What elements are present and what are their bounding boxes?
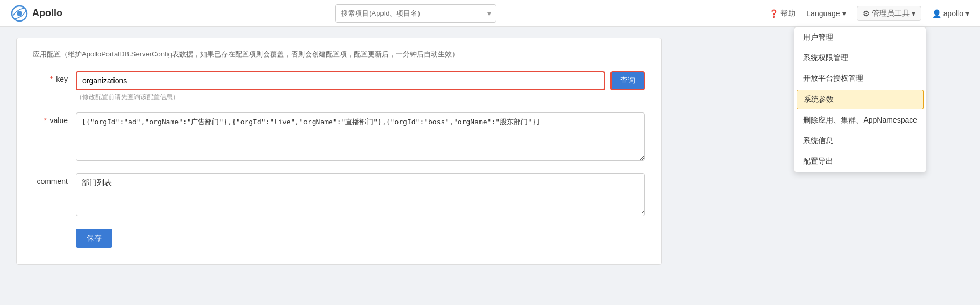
comment-control-wrapper: 部门列表 xyxy=(76,173,645,218)
card-header: 应用配置（维护ApolloPortalDB.ServerConfig表数据，如果… xyxy=(33,49,645,60)
comment-label-text: comment xyxy=(37,177,68,186)
value-form-group: * value [{"orgId":"ad","orgName":"广告部门"}… xyxy=(33,112,645,162)
key-hint: （修改配置前请先查询该配置信息） xyxy=(76,93,645,102)
dropdown-item-open-platform[interactable]: 开放平台授权管理 xyxy=(794,68,926,89)
save-button[interactable]: 保存 xyxy=(76,229,112,248)
key-row: 查询 xyxy=(76,71,645,90)
dropdown-item-system-info[interactable]: 系统信息 xyxy=(794,131,926,151)
navbar-right: ❓ 帮助 Language ▾ ⚙ 管理员工具 ▾ 👤 apollo ▾ xyxy=(769,6,969,21)
key-form-group: * key 查询 （修改配置前请先查询该配置信息） xyxy=(33,71,645,102)
key-label-text: key xyxy=(56,75,68,83)
admin-label: 管理员工具 xyxy=(872,9,910,18)
dropdown-item-export-config[interactable]: 配置导出 xyxy=(794,151,926,172)
brand: Apollo xyxy=(11,5,62,22)
admin-dropdown-menu: 用户管理 系统权限管理 开放平台授权管理 系统参数 删除应用、集群、AppNam… xyxy=(794,27,926,172)
value-label: * value xyxy=(33,112,76,125)
key-required-star: * xyxy=(50,75,53,83)
dropdown-item-delete-apps[interactable]: 删除应用、集群、AppNamespace xyxy=(794,110,926,131)
gear-icon: ⚙ xyxy=(863,9,870,18)
value-required-star: * xyxy=(44,116,46,125)
user-button[interactable]: 👤 apollo ▾ xyxy=(932,9,969,18)
key-control-wrapper: 查询 （修改配置前请先查询该配置信息） xyxy=(76,71,645,102)
search-input[interactable] xyxy=(335,4,496,23)
dropdown-item-system-params[interactable]: 系统参数 xyxy=(797,90,924,109)
admin-tools-button[interactable]: ⚙ 管理员工具 ▾ xyxy=(857,6,921,21)
language-button[interactable]: Language ▾ xyxy=(806,9,846,18)
save-row: 保存 xyxy=(33,229,645,248)
language-arrow-icon: ▾ xyxy=(842,9,846,18)
value-textarea[interactable]: [{"orgId":"ad","orgName":"广告部门"},{"orgId… xyxy=(76,112,645,161)
dropdown-item-permission-management[interactable]: 系统权限管理 xyxy=(794,48,926,68)
user-arrow-icon: ▾ xyxy=(965,9,969,18)
user-label: apollo xyxy=(943,9,963,18)
comment-form-group: comment 部门列表 xyxy=(33,173,645,218)
comment-textarea[interactable]: 部门列表 xyxy=(76,173,645,216)
search-container: ▾ xyxy=(335,4,496,23)
user-icon: 👤 xyxy=(932,9,941,18)
comment-label: comment xyxy=(33,173,76,186)
brand-name: Apollo xyxy=(32,8,62,19)
admin-arrow-icon: ▾ xyxy=(912,9,915,18)
value-label-text: value xyxy=(50,116,68,125)
help-button[interactable]: ❓ 帮助 xyxy=(769,9,796,18)
dropdown-item-user-management[interactable]: 用户管理 xyxy=(794,27,926,48)
search-area: ▾ xyxy=(62,4,769,23)
key-input[interactable] xyxy=(76,71,605,90)
help-icon: ❓ xyxy=(769,9,778,18)
config-card: 应用配置（维护ApolloPortalDB.ServerConfig表数据，如果… xyxy=(16,38,662,265)
navbar: Apollo ▾ ❓ 帮助 Language ▾ ⚙ 管理员工具 ▾ 👤 apo… xyxy=(0,0,980,27)
help-label: 帮助 xyxy=(780,9,796,18)
value-control-wrapper: [{"orgId":"ad","orgName":"广告部门"},{"orgId… xyxy=(76,112,645,162)
key-label: * key xyxy=(33,71,76,83)
language-label: Language xyxy=(806,9,840,18)
apollo-logo-icon xyxy=(11,5,28,22)
svg-point-1 xyxy=(17,11,22,16)
query-button[interactable]: 查询 xyxy=(610,71,645,90)
